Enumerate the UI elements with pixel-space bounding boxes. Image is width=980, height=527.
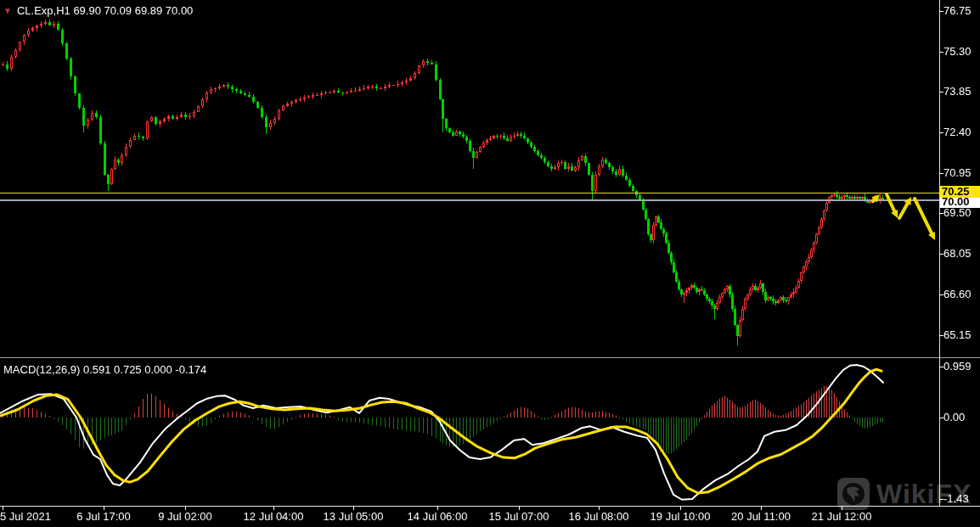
price-and-macd-chart-canvas[interactable] [0,0,980,527]
trading-chart-window: ▼CL.Exp,H1 69.90 70.09 69.89 70.00 MACD(… [0,0,980,527]
